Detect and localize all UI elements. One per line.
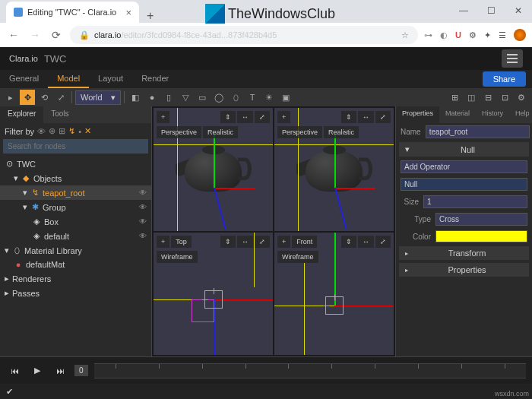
tool-cylinder-icon[interactable]: ▯ [161,90,176,105]
panel-tab-tools[interactable]: Tools [43,106,76,123]
tl-last-button[interactable]: ⏭ [52,363,68,379]
viewport-top[interactable]: +Top ⇕↔⤢ Wireframe [154,233,273,356]
filter-gear-icon[interactable]: ⊞ [59,126,65,136]
tree-renderers[interactable]: ▸Renderers [0,271,151,286]
vp-pan-icon[interactable]: ↔ [237,236,253,248]
tab-close-icon[interactable]: × [125,7,131,18]
viewport-perspective-1[interactable]: + ⇕↔⤢ PerspectiveRealistic [154,108,273,231]
color-swatch[interactable] [435,230,527,242]
name-input[interactable] [426,125,530,138]
viewport-perspective-2[interactable]: + ⇕↔⤢ PerspectiveRealistic [274,108,394,231]
vp-shade-label[interactable]: Realistic [324,126,359,138]
vp-pan-icon[interactable]: ↔ [237,111,253,123]
vp-view-label[interactable]: Perspective [277,126,322,138]
section-transform[interactable]: Transform [399,246,529,260]
vp-shade-label[interactable]: Wireframe [157,251,198,263]
star-icon[interactable]: ☆ [401,30,409,40]
section-null[interactable]: ▾Null [399,142,529,157]
tl-play-button[interactable]: ▶ [29,363,46,379]
tool-cube-icon[interactable]: ◧ [128,90,143,105]
vp-resize-icon[interactable]: ⇕ [341,111,356,123]
type-select[interactable]: Cross [435,213,527,226]
tree-default[interactable]: ◈default👁 [0,229,151,243]
app-logo[interactable]: Clara.io TWC [9,53,67,65]
filter-type-icon[interactable]: ⊕ [49,126,55,136]
vp-max-icon[interactable]: ⤢ [255,111,270,123]
tool-a-icon[interactable]: ⊞ [447,90,462,105]
nav-back-icon[interactable]: ← [6,29,21,41]
null-item[interactable]: Null [401,178,527,191]
vp-add-icon[interactable]: + [277,236,290,248]
tool-torus-icon[interactable]: ◯ [211,90,226,105]
filter-dot-icon[interactable]: • [78,127,81,136]
tool-settings-icon[interactable]: ⚙ [514,90,529,105]
ext1-icon[interactable]: ◐ [440,30,448,40]
vp-max-icon[interactable]: ⤢ [375,236,391,248]
rp-tab-help[interactable]: Help [509,106,532,123]
vp-pan-icon[interactable]: ↔ [358,111,374,123]
filter-axis-icon[interactable]: ↯ [68,126,75,136]
nav-reload-icon[interactable]: ⟳ [49,29,64,41]
coord-space-select[interactable]: World▾ [75,90,121,105]
vp-add-icon[interactable]: + [277,111,290,123]
vp-max-icon[interactable]: ⤢ [375,111,391,123]
size-input[interactable] [423,195,527,208]
tool-c-icon[interactable]: ⊟ [480,90,496,105]
section-properties[interactable]: Properties [399,263,529,277]
filter-eye-icon[interactable]: 👁 [37,127,46,136]
tl-first-button[interactable]: ⏮ [6,363,23,379]
vp-pan-icon[interactable]: ↔ [358,236,374,248]
tree-passes[interactable]: ▸Passes [0,286,151,300]
avatar-icon[interactable] [514,29,526,41]
tool-teapot-icon[interactable]: ⬯ [228,90,243,105]
tab-render[interactable]: Render [132,70,178,88]
tool-camera-icon[interactable]: ▣ [278,90,293,105]
visibility-icon[interactable]: 👁 [139,203,147,211]
tool-plane-icon[interactable]: ▭ [195,90,210,105]
add-operator-select[interactable]: Add Operator [401,160,527,173]
vp-resize-icon[interactable]: ⇕ [341,236,356,248]
vp-view-label[interactable]: Front [292,236,317,248]
tool-scale-icon[interactable]: ⤢ [53,90,68,105]
window-minimize-button[interactable]: — [450,0,477,21]
ext-u-icon[interactable]: U [455,30,461,40]
rp-tab-history[interactable]: History [476,106,509,123]
tree-box[interactable]: ◈Box👁 [0,214,151,229]
tree-group[interactable]: ▾✱Group👁 [0,200,151,214]
tree-root[interactable]: ⊙TWC [0,157,151,171]
window-maximize-button[interactable]: ☐ [477,0,505,21]
visibility-icon[interactable]: 👁 [139,217,147,226]
key-icon[interactable]: ⊶ [424,30,432,40]
vp-add-icon[interactable]: + [157,111,169,123]
ext-list-icon[interactable]: ☰ [499,30,506,40]
tool-cone-icon[interactable]: ▽ [178,90,193,105]
tree-defaultmat[interactable]: ●defaultMat [0,258,151,271]
tool-b-icon[interactable]: ◫ [464,90,479,105]
vp-shade-label[interactable]: Realistic [203,126,238,138]
vp-view-label[interactable]: Top [171,236,192,248]
vp-resize-icon[interactable]: ⇕ [220,111,236,123]
window-close-button[interactable]: ✕ [505,0,532,21]
nav-forward-icon[interactable]: → [27,29,43,41]
tool-move-icon[interactable]: ✥ [20,90,35,105]
tool-d-icon[interactable]: ⊡ [497,90,512,105]
search-input[interactable] [3,139,148,154]
tree-teapot[interactable]: ▾↯teapot_root👁 [0,185,151,200]
new-tab-button[interactable]: + [139,9,161,23]
vp-shade-label[interactable]: Wireframe [277,251,318,263]
tab-layout[interactable]: Layout [89,70,132,88]
tab-general[interactable]: General [0,70,48,88]
vp-add-icon[interactable]: + [157,236,169,248]
ext-puzzle-icon[interactable]: ✦ [484,30,491,40]
tl-track[interactable] [94,363,526,378]
vp-resize-icon[interactable]: ⇕ [220,236,236,248]
tool-text-icon[interactable]: T [245,90,260,105]
tl-frame-display[interactable]: 0 [74,365,88,376]
vp-view-label[interactable]: Perspective [157,126,201,138]
viewport-front[interactable]: +Front ⇕↔⤢ Wireframe [274,233,394,356]
tool-light-icon[interactable]: ☀ [261,90,277,105]
visibility-icon[interactable]: 👁 [139,232,147,240]
rp-tab-properties[interactable]: Properties [396,106,439,123]
browser-tab[interactable]: Editing "TWC" - Clara.io × [6,2,139,23]
filter-x-icon[interactable]: ✕ [84,126,91,136]
